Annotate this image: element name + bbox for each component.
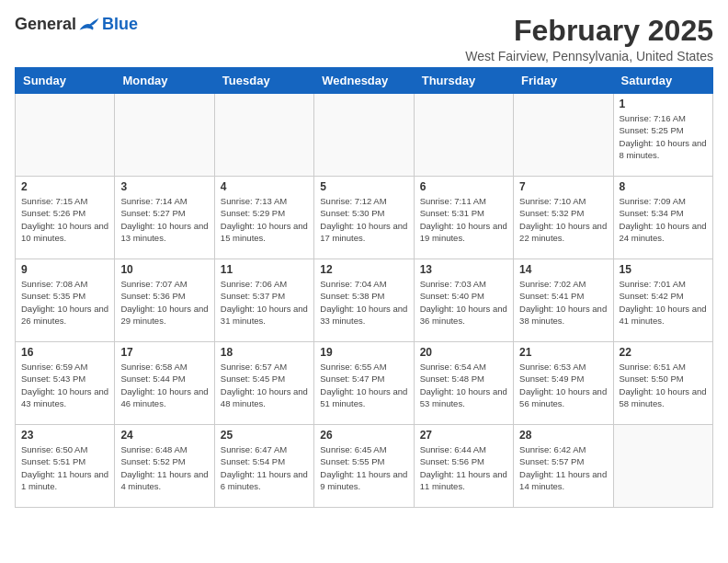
day-detail: Sunrise: 7:16 AM Sunset: 5:25 PM Dayligh… <box>620 112 707 161</box>
day-number: 24 <box>120 429 208 442</box>
calendar-cell: 4Sunrise: 7:13 AM Sunset: 5:29 PM Daylig… <box>214 177 313 259</box>
day-detail: Sunrise: 6:51 AM Sunset: 5:50 PM Dayligh… <box>620 361 707 409</box>
day-number: 16 <box>21 346 108 359</box>
calendar-cell: 28Sunrise: 6:42 AM Sunset: 5:57 PM Dayli… <box>514 425 613 508</box>
day-detail: Sunrise: 6:57 AM Sunset: 5:45 PM Dayligh… <box>221 361 308 409</box>
calendar-cell: 16Sunrise: 6:59 AM Sunset: 5:43 PM Dayli… <box>16 342 115 425</box>
day-detail: Sunrise: 7:08 AM Sunset: 5:35 PM Dayligh… <box>21 278 108 327</box>
day-detail: Sunrise: 6:44 AM Sunset: 5:56 PM Dayligh… <box>420 443 507 492</box>
calendar-cell: 8Sunrise: 7:09 AM Sunset: 5:34 PM Daylig… <box>613 177 712 259</box>
calendar-cell: 7Sunrise: 7:10 AM Sunset: 5:32 PM Daylig… <box>514 177 613 259</box>
calendar-week-row-4: 16Sunrise: 6:59 AM Sunset: 5:43 PM Dayli… <box>16 342 713 425</box>
day-number: 4 <box>221 180 308 193</box>
calendar-cell: 25Sunrise: 6:47 AM Sunset: 5:54 PM Dayli… <box>214 425 313 508</box>
logo-blue-text: Blue <box>102 15 138 34</box>
day-number: 12 <box>320 263 407 276</box>
day-detail: Sunrise: 7:01 AM Sunset: 5:42 PM Dayligh… <box>620 278 707 327</box>
weekday-header-saturday: Saturday <box>613 68 712 94</box>
calendar-cell <box>16 94 115 177</box>
calendar-cell: 15Sunrise: 7:01 AM Sunset: 5:42 PM Dayli… <box>613 259 712 342</box>
day-number: 1 <box>620 98 707 110</box>
calendar-cell <box>514 94 613 177</box>
calendar-cell: 14Sunrise: 7:02 AM Sunset: 5:41 PM Dayli… <box>514 259 613 342</box>
day-detail: Sunrise: 6:48 AM Sunset: 5:52 PM Dayligh… <box>120 443 208 492</box>
day-detail: Sunrise: 7:12 AM Sunset: 5:30 PM Dayligh… <box>320 195 407 244</box>
day-number: 21 <box>519 346 607 359</box>
day-detail: Sunrise: 6:58 AM Sunset: 5:44 PM Dayligh… <box>120 361 208 409</box>
calendar-cell: 5Sunrise: 7:12 AM Sunset: 5:30 PM Daylig… <box>314 177 414 259</box>
calendar-cell <box>414 94 513 177</box>
day-number: 15 <box>620 263 707 276</box>
day-detail: Sunrise: 7:11 AM Sunset: 5:31 PM Dayligh… <box>420 195 507 244</box>
title-area: February 2025 West Fairview, Pennsylvani… <box>465 15 713 63</box>
weekday-header-thursday: Thursday <box>414 68 513 94</box>
day-number: 28 <box>519 429 607 442</box>
day-detail: Sunrise: 7:13 AM Sunset: 5:29 PM Dayligh… <box>221 195 308 244</box>
day-number: 27 <box>420 429 507 442</box>
weekday-header-monday: Monday <box>115 68 214 94</box>
calendar-cell: 18Sunrise: 6:57 AM Sunset: 5:45 PM Dayli… <box>214 342 313 425</box>
day-detail: Sunrise: 7:06 AM Sunset: 5:37 PM Dayligh… <box>221 278 308 327</box>
day-number: 7 <box>519 180 607 193</box>
day-number: 2 <box>21 180 108 193</box>
calendar-cell: 24Sunrise: 6:48 AM Sunset: 5:52 PM Dayli… <box>115 425 214 508</box>
weekday-header-friday: Friday <box>514 68 613 94</box>
day-number: 20 <box>420 346 507 359</box>
day-detail: Sunrise: 7:03 AM Sunset: 5:40 PM Dayligh… <box>420 278 507 327</box>
day-detail: Sunrise: 7:15 AM Sunset: 5:26 PM Dayligh… <box>21 195 108 244</box>
day-detail: Sunrise: 7:04 AM Sunset: 5:38 PM Dayligh… <box>320 278 407 327</box>
weekday-header-row: SundayMondayTuesdayWednesdayThursdayFrid… <box>16 68 713 94</box>
page-header: General Blue February 2025 West Fairview… <box>15 15 713 63</box>
day-number: 17 <box>120 346 208 359</box>
day-number: 10 <box>120 263 208 276</box>
calendar-cell: 9Sunrise: 7:08 AM Sunset: 5:35 PM Daylig… <box>16 259 115 342</box>
logo: General Blue <box>15 15 138 34</box>
month-year-title: February 2025 <box>465 15 713 47</box>
calendar-week-row-1: 1Sunrise: 7:16 AM Sunset: 5:25 PM Daylig… <box>16 94 713 177</box>
logo-general-text: General <box>15 15 76 34</box>
calendar-cell: 17Sunrise: 6:58 AM Sunset: 5:44 PM Dayli… <box>115 342 214 425</box>
calendar-table: SundayMondayTuesdayWednesdayThursdayFrid… <box>15 67 713 508</box>
calendar-cell: 10Sunrise: 7:07 AM Sunset: 5:36 PM Dayli… <box>115 259 214 342</box>
calendar-cell: 12Sunrise: 7:04 AM Sunset: 5:38 PM Dayli… <box>314 259 414 342</box>
calendar-cell: 21Sunrise: 6:53 AM Sunset: 5:49 PM Dayli… <box>514 342 613 425</box>
day-detail: Sunrise: 7:10 AM Sunset: 5:32 PM Dayligh… <box>519 195 607 244</box>
weekday-header-tuesday: Tuesday <box>214 68 313 94</box>
day-number: 23 <box>21 429 108 442</box>
day-detail: Sunrise: 6:59 AM Sunset: 5:43 PM Dayligh… <box>21 361 108 409</box>
logo-bird-icon <box>78 17 100 33</box>
day-number: 13 <box>420 263 507 276</box>
calendar-cell: 27Sunrise: 6:44 AM Sunset: 5:56 PM Dayli… <box>414 425 513 508</box>
calendar-cell: 23Sunrise: 6:50 AM Sunset: 5:51 PM Dayli… <box>16 425 115 508</box>
calendar-week-row-5: 23Sunrise: 6:50 AM Sunset: 5:51 PM Dayli… <box>16 425 713 508</box>
location-subtitle: West Fairview, Pennsylvania, United Stat… <box>465 49 713 63</box>
day-number: 3 <box>120 180 208 193</box>
day-detail: Sunrise: 7:09 AM Sunset: 5:34 PM Dayligh… <box>620 195 707 244</box>
day-number: 11 <box>221 263 308 276</box>
day-detail: Sunrise: 6:42 AM Sunset: 5:57 PM Dayligh… <box>519 443 607 492</box>
weekday-header-wednesday: Wednesday <box>314 68 414 94</box>
calendar-cell: 3Sunrise: 7:14 AM Sunset: 5:27 PM Daylig… <box>115 177 214 259</box>
day-detail: Sunrise: 6:53 AM Sunset: 5:49 PM Dayligh… <box>519 361 607 409</box>
calendar-cell: 26Sunrise: 6:45 AM Sunset: 5:55 PM Dayli… <box>314 425 414 508</box>
day-number: 6 <box>420 180 507 193</box>
calendar-cell: 20Sunrise: 6:54 AM Sunset: 5:48 PM Dayli… <box>414 342 513 425</box>
calendar-cell: 22Sunrise: 6:51 AM Sunset: 5:50 PM Dayli… <box>613 342 712 425</box>
calendar-cell: 6Sunrise: 7:11 AM Sunset: 5:31 PM Daylig… <box>414 177 513 259</box>
day-number: 14 <box>519 263 607 276</box>
day-number: 26 <box>320 429 407 442</box>
day-detail: Sunrise: 6:50 AM Sunset: 5:51 PM Dayligh… <box>21 443 108 492</box>
calendar-cell: 1Sunrise: 7:16 AM Sunset: 5:25 PM Daylig… <box>613 94 712 177</box>
calendar-week-row-2: 2Sunrise: 7:15 AM Sunset: 5:26 PM Daylig… <box>16 177 713 259</box>
day-detail: Sunrise: 6:55 AM Sunset: 5:47 PM Dayligh… <box>320 361 407 409</box>
day-number: 22 <box>620 346 707 359</box>
day-detail: Sunrise: 6:47 AM Sunset: 5:54 PM Dayligh… <box>221 443 308 492</box>
day-number: 5 <box>320 180 407 193</box>
day-detail: Sunrise: 7:07 AM Sunset: 5:36 PM Dayligh… <box>120 278 208 327</box>
calendar-week-row-3: 9Sunrise: 7:08 AM Sunset: 5:35 PM Daylig… <box>16 259 713 342</box>
day-detail: Sunrise: 6:45 AM Sunset: 5:55 PM Dayligh… <box>320 443 407 492</box>
day-number: 25 <box>221 429 308 442</box>
calendar-cell <box>314 94 414 177</box>
day-number: 19 <box>320 346 407 359</box>
day-number: 18 <box>221 346 308 359</box>
